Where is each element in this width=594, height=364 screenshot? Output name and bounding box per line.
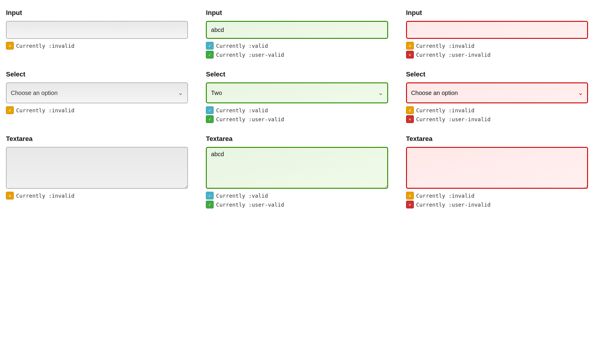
select-field-col1-sec1[interactable]: Choose an optionOneTwoThree [206,82,388,103]
status-badge-col1-sec2-1: ✓ [206,201,214,208]
section-label-col1-sec1: Select [206,70,388,78]
cell-col2-sec1: SelectChoose an optionOneTwoThree⌄✕Curre… [406,70,588,123]
status-item-col0-sec0-0: ✕Currently :invalid [6,42,188,50]
status-item-col2-sec0-0: ✕Currently :invalid [406,42,588,50]
section-label-col0-sec0: Input [6,9,188,17]
input-field-col2-sec0[interactable] [406,21,588,39]
textarea-field-col2-sec2[interactable] [406,147,588,189]
status-item-col1-sec1-0: ✓Currently :valid [206,106,388,114]
select-wrapper-col2-sec1: Choose an optionOneTwoThree⌄ [406,82,588,103]
status-badge-col2-sec1-0: ✕ [406,106,414,114]
input-field-col1-sec0[interactable] [206,21,388,39]
status-item-col1-sec0-0: ✓Currently :valid [206,42,388,50]
status-badge-col2-sec0-1: ✕ [406,51,414,59]
cell-col0-sec2: Textarea✕Currently :invalid [6,135,188,208]
input-field-col0-sec0[interactable] [6,21,188,39]
status-text-col1-sec1-1: Currently :user-valid [216,116,284,122]
cell-col0-sec0: Input✕Currently :invalid [6,9,188,59]
status-badge-col1-sec1-0: ✓ [206,106,214,114]
status-badge-col2-sec0-0: ✕ [406,42,414,50]
status-item-col0-sec1-0: ✕Currently :invalid [6,106,188,114]
status-item-col2-sec2-0: ✕Currently :invalid [406,192,588,199]
cell-col1-sec2: Textarea✓Currently :valid✓Currently :use… [206,135,388,208]
cell-col0-sec1: SelectChoose an optionOneTwoThree⌄✕Curre… [6,70,188,123]
status-text-col2-sec0-1: Currently :user-invalid [416,52,491,58]
textarea-field-col0-sec2[interactable] [6,147,188,189]
status-list-col0-sec0: ✕Currently :invalid [6,42,188,50]
section-label-col1-sec2: Textarea [206,135,388,143]
status-item-col2-sec1-0: ✕Currently :invalid [406,106,588,114]
status-text-col0-sec0-0: Currently :invalid [16,43,74,49]
status-list-col0-sec2: ✕Currently :invalid [6,192,188,199]
status-text-col1-sec2-0: Currently :valid [216,193,268,199]
status-text-col0-sec2-0: Currently :invalid [16,193,74,199]
select-field-col2-sec1[interactable]: Choose an optionOneTwoThree [406,82,588,103]
cell-col2-sec0: Input✕Currently :invalid✕Currently :user… [406,9,588,59]
status-item-col2-sec0-1: ✕Currently :user-invalid [406,51,588,59]
status-list-col1-sec1: ✓Currently :valid✓Currently :user-valid [206,106,388,123]
section-label-col2-sec2: Textarea [406,135,588,143]
section-label-col2-sec0: Input [406,9,588,17]
status-text-col2-sec2-0: Currently :invalid [416,193,474,199]
main-grid: Input✕Currently :invalidSelectChoose an … [6,9,588,208]
status-text-col1-sec0-1: Currently :user-valid [216,52,284,58]
status-list-col1-sec2: ✓Currently :valid✓Currently :user-valid [206,192,388,208]
select-wrapper-col1-sec1: Choose an optionOneTwoThree⌄ [206,82,388,103]
select-field-col0-sec1[interactable]: Choose an optionOneTwoThree [6,82,188,103]
section-label-col2-sec1: Select [406,70,588,78]
status-text-col1-sec2-1: Currently :user-valid [216,202,284,208]
status-list-col2-sec0: ✕Currently :invalid✕Currently :user-inva… [406,42,588,59]
status-list-col0-sec1: ✕Currently :invalid [6,106,188,114]
status-badge-col2-sec2-1: ✕ [406,201,414,208]
textarea-field-col1-sec2[interactable] [206,147,388,189]
status-text-col0-sec1-0: Currently :invalid [16,107,74,113]
status-badge-col1-sec0-1: ✓ [206,51,214,59]
status-list-col1-sec0: ✓Currently :valid✓Currently :user-valid [206,42,388,59]
status-text-col1-sec0-0: Currently :valid [216,43,268,49]
status-badge-col0-sec1-0: ✕ [6,106,14,114]
status-item-col0-sec2-0: ✕Currently :invalid [6,192,188,199]
select-wrapper-col0-sec1: Choose an optionOneTwoThree⌄ [6,82,188,103]
status-badge-col2-sec1-1: ✕ [406,115,414,123]
status-badge-col1-sec2-0: ✓ [206,192,214,199]
status-badge-col1-sec1-1: ✓ [206,115,214,123]
status-badge-col1-sec0-0: ✓ [206,42,214,50]
status-item-col2-sec1-1: ✕Currently :user-invalid [406,115,588,123]
status-list-col2-sec2: ✕Currently :invalid✕Currently :user-inva… [406,192,588,208]
status-badge-col2-sec2-0: ✕ [406,192,414,199]
status-item-col1-sec1-1: ✓Currently :user-valid [206,115,388,123]
cell-col2-sec2: Textarea✕Currently :invalid✕Currently :u… [406,135,588,208]
status-text-col2-sec1-1: Currently :user-invalid [416,116,491,122]
status-list-col2-sec1: ✕Currently :invalid✕Currently :user-inva… [406,106,588,123]
status-text-col1-sec1-0: Currently :valid [216,107,268,113]
status-item-col1-sec2-1: ✓Currently :user-valid [206,201,388,208]
status-item-col1-sec0-1: ✓Currently :user-valid [206,51,388,59]
cell-col1-sec1: SelectChoose an optionOneTwoThree⌄✓Curre… [206,70,388,123]
section-label-col0-sec2: Textarea [6,135,188,143]
status-badge-col0-sec0-0: ✕ [6,42,14,50]
section-label-col1-sec0: Input [206,9,388,17]
status-text-col2-sec2-1: Currently :user-invalid [416,202,491,208]
status-badge-col0-sec2-0: ✕ [6,192,14,199]
status-item-col2-sec2-1: ✕Currently :user-invalid [406,201,588,208]
section-label-col0-sec1: Select [6,70,188,78]
status-item-col1-sec2-0: ✓Currently :valid [206,192,388,199]
status-text-col2-sec0-0: Currently :invalid [416,43,474,49]
status-text-col2-sec1-0: Currently :invalid [416,107,474,113]
cell-col1-sec0: Input✓Currently :valid✓Currently :user-v… [206,9,388,59]
